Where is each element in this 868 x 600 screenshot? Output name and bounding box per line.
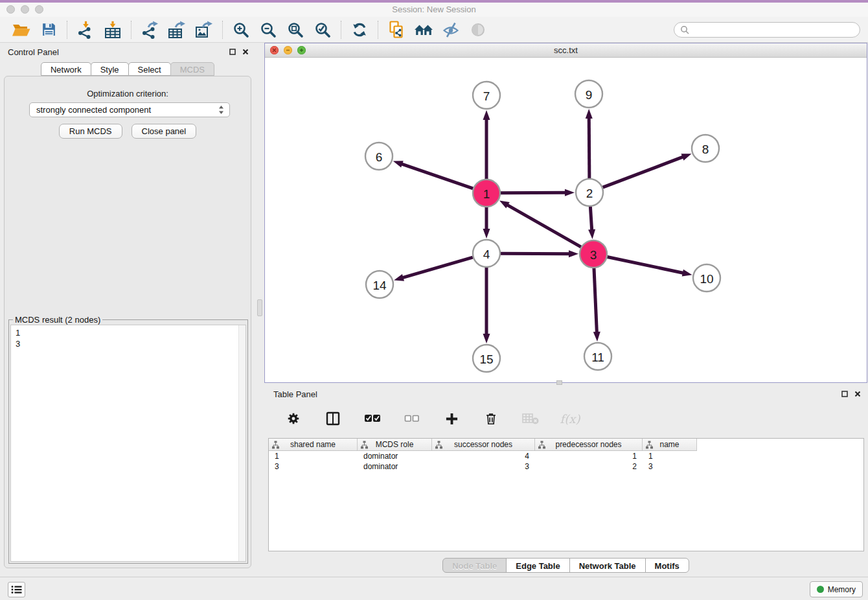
graph-edge-3-1[interactable] (499, 200, 581, 247)
add-column-button[interactable] (438, 408, 465, 430)
window-minimize-button[interactable] (21, 5, 29, 14)
mcds-tab-panel: Optimization criterion: strongly connect… (4, 76, 251, 568)
tab-style[interactable]: Style (91, 62, 129, 76)
task-history-button[interactable] (8, 582, 25, 597)
import-table-button[interactable] (99, 19, 126, 41)
zoom-fit-button[interactable] (282, 19, 309, 41)
tab-node-table[interactable]: Node Table (442, 558, 507, 573)
table-settings-button[interactable] (280, 408, 307, 430)
column-header-successor-nodes[interactable]: successor nodes (432, 439, 535, 450)
tab-edge-table[interactable]: Edge Table (506, 558, 569, 573)
zoom-out-button[interactable] (255, 19, 282, 41)
export-table-button[interactable] (163, 19, 190, 41)
cell-name[interactable]: 1 (643, 451, 697, 461)
open-file-button[interactable] (8, 19, 35, 41)
cell-shared-name[interactable]: 1 (269, 451, 358, 461)
criterion-dropdown[interactable]: strongly connected component (29, 102, 230, 117)
cell-predecessor-nodes[interactable]: 2 (535, 461, 643, 472)
graph-node-8[interactable]: 8 (692, 135, 719, 162)
cell-mcds-role[interactable]: dominator (358, 461, 432, 472)
vertical-splitter[interactable] (256, 43, 264, 577)
import-network-button[interactable] (72, 19, 99, 41)
graph-edge-2-9[interactable] (586, 109, 593, 178)
close-panel-button[interactable]: Close panel (131, 124, 197, 139)
graph-edge-1-2[interactable] (501, 189, 575, 196)
zoom-selected-button[interactable] (309, 19, 336, 41)
graph-node-2[interactable]: 2 (576, 179, 603, 206)
graph-node-7[interactable]: 7 (473, 82, 500, 109)
tab-select[interactable]: Select (128, 62, 171, 76)
main-toolbar (0, 17, 868, 43)
table-panel-float-button[interactable] (841, 390, 849, 398)
graph-node-10[interactable]: 10 (693, 264, 720, 292)
graph-edge-3-11[interactable] (593, 268, 600, 341)
tab-network[interactable]: Network (41, 62, 91, 76)
network-graph[interactable]: 7968124314101511 (265, 58, 867, 382)
hide-selected-button[interactable] (437, 19, 464, 41)
network-minimize-button[interactable] (284, 46, 292, 54)
open-file-icon (12, 22, 31, 38)
result-scrollbar[interactable] (238, 325, 246, 561)
graph-node-4[interactable]: 4 (473, 240, 500, 267)
table-panel-close-button[interactable] (854, 390, 862, 398)
column-header-predecessor-nodes[interactable]: predecessor nodes (535, 439, 643, 450)
zoom-in-button[interactable] (227, 19, 255, 41)
table-row[interactable]: 3dominator323 (269, 461, 863, 472)
control-panel-float-button[interactable] (229, 48, 236, 56)
cell-mcds-role[interactable]: dominator (358, 451, 432, 461)
search-box[interactable] (674, 22, 860, 38)
deselect-all-button[interactable] (398, 408, 426, 430)
delete-table-button[interactable] (517, 408, 544, 430)
graph-edge-4-3[interactable] (501, 250, 578, 257)
cell-shared-name[interactable]: 3 (269, 461, 358, 472)
delete-column-button[interactable] (477, 408, 505, 430)
show-all-button[interactable] (464, 19, 492, 41)
graph-edge-2-3[interactable] (588, 207, 595, 239)
graph-edge-3-10[interactable] (608, 257, 692, 277)
graph-node-3[interactable]: 3 (580, 240, 607, 268)
cell-name[interactable]: 3 (643, 461, 697, 472)
tab-motifs[interactable]: Motifs (645, 558, 689, 573)
graph-edge-1-4[interactable] (483, 207, 490, 238)
graph-edge-1-6[interactable] (393, 161, 473, 189)
show-columns-button[interactable] (319, 408, 347, 430)
graph-node-11[interactable]: 11 (584, 343, 611, 370)
graph-edge-4-14[interactable] (394, 257, 473, 281)
save-session-button[interactable] (35, 19, 62, 41)
graph-node-9[interactable]: 9 (575, 80, 602, 108)
graph-edge-4-15[interactable] (483, 268, 490, 343)
first-neighbors-button[interactable] (410, 19, 437, 41)
clone-network-button[interactable] (383, 19, 410, 41)
mcds-result-text[interactable]: 1 3 (10, 325, 246, 562)
window-zoom-button[interactable] (35, 5, 43, 14)
cell-predecessor-nodes[interactable]: 1 (535, 451, 643, 461)
graph-node-6[interactable]: 6 (365, 143, 393, 170)
graph-node-1[interactable]: 1 (473, 179, 500, 207)
cell-successor-nodes[interactable]: 4 (432, 451, 535, 461)
tab-mcds[interactable]: MCDS (170, 62, 214, 76)
control-panel-close-button[interactable] (242, 48, 249, 56)
graph-edge-2-8[interactable] (603, 154, 692, 187)
graph-edge-1-7[interactable] (483, 110, 490, 179)
window-close-button[interactable] (6, 5, 15, 14)
network-close-button[interactable] (270, 46, 279, 54)
column-header-name[interactable]: name (643, 439, 697, 450)
run-mcds-button[interactable]: Run MCDS (59, 124, 122, 139)
graph-node-15[interactable]: 15 (473, 345, 500, 372)
cell-successor-nodes[interactable]: 3 (432, 461, 535, 472)
function-builder-button[interactable]: f(x) (556, 408, 584, 430)
tab-network-table[interactable]: Network Table (569, 558, 646, 573)
column-header-shared-name[interactable]: shared name (269, 439, 358, 450)
memory-button[interactable]: Memory (810, 581, 863, 597)
search-input[interactable] (692, 25, 854, 34)
export-network-button[interactable] (136, 19, 163, 41)
network-resize-grip[interactable] (556, 380, 562, 385)
refresh-button[interactable] (346, 19, 373, 41)
graph-node-14[interactable]: 14 (366, 271, 393, 298)
select-all-button[interactable] (359, 408, 386, 430)
network-maximize-button[interactable] (297, 46, 306, 54)
table-row[interactable]: 1dominator411 (269, 451, 863, 461)
network-window-titlebar[interactable]: scc.txt (265, 43, 867, 58)
export-image-button[interactable] (190, 19, 218, 41)
column-header-mcds-role[interactable]: MCDS role (358, 439, 432, 450)
